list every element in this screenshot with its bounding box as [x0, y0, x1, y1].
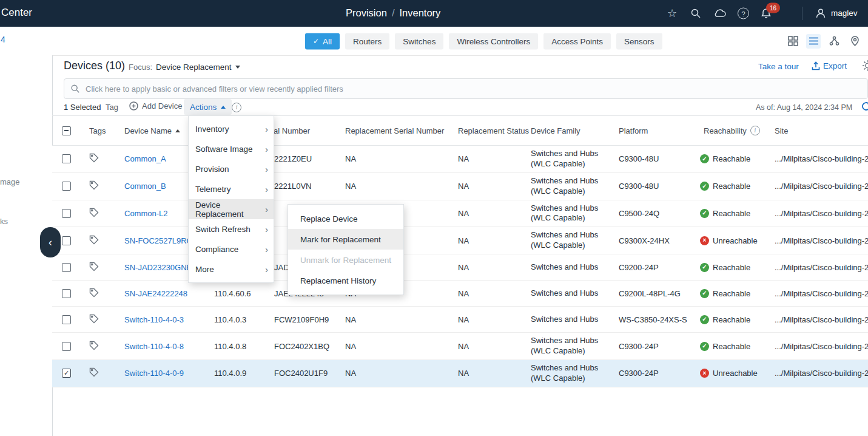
take-a-tour-link[interactable]: Take a tour	[758, 62, 799, 71]
col-site[interactable]: Site	[767, 126, 868, 135]
device-name-link[interactable]: Common-L2	[124, 209, 168, 218]
tag-button[interactable]: Tag	[106, 103, 118, 112]
menu-item-inventory[interactable]: Inventory›	[189, 119, 274, 139]
device-family: Switches and Hubs (WLC Capable)	[525, 230, 611, 251]
menu-item-compliance[interactable]: Compliance›	[189, 239, 274, 259]
menu-item-device-replacement[interactable]: Device Replacement›	[189, 199, 274, 219]
filter-all[interactable]: ✓All	[305, 33, 340, 49]
row-checkbox[interactable]	[62, 182, 71, 191]
col-replacement-status[interactable]: Replacement Status	[452, 126, 525, 135]
platform: WS-C3850-24XS-S	[611, 315, 696, 324]
row-checkbox[interactable]	[62, 342, 71, 351]
filter-wireless-controllers[interactable]: Wireless Controllers	[449, 33, 538, 49]
col-replacement-serial[interactable]: Replacement Serial Number	[338, 126, 452, 135]
tag-icon[interactable]	[89, 208, 99, 217]
tag-icon[interactable]	[89, 288, 99, 298]
left-panel-fragment: mage	[0, 177, 20, 186]
submenu-item-unmark-for-replacement: Unmark for Replacement	[288, 250, 403, 270]
site: .../Milpitas/Cisco-building-2	[767, 369, 868, 378]
focus-dropdown[interactable]: Focus: Device Replacement	[129, 63, 240, 72]
table-row: SN-FOC2527L9RG NA NA Switches and Hubs (…	[52, 227, 868, 254]
submenu-item-mark-for-replacement[interactable]: Mark for Replacement	[288, 229, 403, 250]
site: .../Milpitas/Cisco-building-2	[767, 289, 868, 298]
actions-button[interactable]: Actions	[184, 99, 232, 115]
tag-icon[interactable]	[89, 341, 99, 350]
replacement-status: NA	[452, 263, 525, 272]
status-glyph: ✓	[702, 316, 707, 322]
reachability: × Unreachable	[696, 369, 767, 378]
reachability: ✓ Reachable	[696, 209, 767, 218]
filter-sensors[interactable]: Sensors	[616, 33, 662, 49]
row-checkbox[interactable]	[62, 315, 71, 324]
col-device-family[interactable]: Device Family	[525, 126, 611, 135]
gear-icon[interactable]	[862, 60, 868, 74]
device-name-link[interactable]: Common_B	[124, 182, 166, 191]
tag-icon[interactable]	[89, 367, 99, 377]
menu-item-provision[interactable]: Provision›	[189, 159, 274, 179]
search-filter-bar[interactable]: Click here to apply basic or advanced fi…	[64, 78, 868, 99]
panel-collapse-button[interactable]: ‹	[40, 227, 61, 257]
row-checkbox[interactable]	[62, 209, 71, 218]
bell-icon[interactable]: 16	[761, 8, 772, 19]
menu-item-more[interactable]: More›	[189, 259, 274, 279]
filter-label: Switches	[403, 36, 436, 46]
filter-switches[interactable]: Switches	[395, 33, 443, 49]
export-button[interactable]: Export	[812, 61, 847, 70]
menu-item-label: Inventory	[195, 124, 229, 134]
device-name-link[interactable]: SN-FOC2527L9RG	[124, 236, 193, 245]
info-icon[interactable]: i	[750, 126, 760, 135]
user-avatar-icon[interactable]	[815, 7, 827, 19]
row-checkbox[interactable]	[62, 289, 71, 298]
topology-view-icon[interactable]	[827, 34, 841, 49]
platform: C9300-24P	[611, 342, 696, 351]
device-name-link[interactable]: SN-JAD23230GNB	[124, 263, 192, 272]
tag-icon[interactable]	[89, 235, 99, 245]
col-tags[interactable]: Tags	[82, 126, 118, 135]
submenu-item-replace-device[interactable]: Replace Device	[288, 208, 403, 229]
grid-view-icon[interactable]	[786, 34, 800, 49]
menu-item-telemetry[interactable]: Telemetry›	[189, 179, 274, 199]
export-icon	[812, 61, 820, 70]
filter-routers[interactable]: Routers	[345, 33, 389, 49]
focus-label: Focus:	[129, 63, 152, 72]
device-name-link[interactable]: SN-JAE24222248	[124, 289, 187, 298]
replacement-status: NA	[452, 236, 525, 245]
tag-icon[interactable]	[89, 262, 99, 271]
cloud-icon[interactable]	[713, 9, 727, 18]
map-view-icon[interactable]	[847, 34, 862, 49]
menu-item-software-image[interactable]: Software Image›	[189, 139, 274, 159]
search-icon[interactable]	[690, 8, 701, 19]
add-device-button[interactable]: Add Device	[129, 101, 182, 111]
device-replacement-submenu: Replace DeviceMark for ReplacementUnmark…	[288, 204, 404, 295]
tag-icon[interactable]	[89, 180, 99, 190]
device-name-link[interactable]: Common_A	[124, 154, 166, 163]
table-body: Common_A 2221Z0EU NA NA Switches and Hub…	[52, 146, 868, 387]
col-reachability[interactable]: Reachabilityi	[696, 126, 767, 135]
select-all-checkbox[interactable]	[62, 126, 71, 135]
row-checkbox[interactable]	[62, 263, 71, 272]
help-icon[interactable]: ?	[738, 8, 749, 19]
filter-access-points[interactable]: Access Points	[543, 33, 611, 49]
refresh-icon[interactable]	[861, 101, 868, 114]
table-row: Common_A 2221Z0EU NA NA Switches and Hub…	[52, 146, 868, 173]
tag-icon[interactable]	[89, 314, 99, 324]
star-icon[interactable]: ☆	[667, 7, 677, 20]
table-header-row: Tags Device Name Serial Number Replaceme…	[52, 115, 868, 146]
row-checkbox[interactable]: ✓	[62, 369, 71, 378]
breadcrumb-inventory[interactable]: Inventory	[399, 7, 440, 18]
col-platform[interactable]: Platform	[611, 126, 696, 135]
device-name-link[interactable]: Switch-110-4-0-3	[124, 315, 184, 324]
info-icon[interactable]: i	[232, 103, 241, 112]
device-name-link[interactable]: Switch-110-4-0-8	[124, 342, 184, 351]
username[interactable]: maglev	[831, 9, 858, 18]
list-view-icon[interactable]	[806, 34, 821, 49]
device-name-link[interactable]: Switch-110-4-0-9	[124, 369, 184, 378]
reachability-status-icon: ✓	[700, 182, 709, 191]
menu-item-switch-refresh[interactable]: Switch Refresh›	[189, 219, 274, 239]
row-checkbox[interactable]	[62, 154, 71, 163]
row-checkbox[interactable]	[62, 236, 71, 245]
tag-icon[interactable]	[89, 153, 99, 163]
breadcrumb-provision[interactable]: Provision	[346, 7, 387, 18]
device-family: Switches and Hubs (WLC Capable)	[525, 203, 611, 224]
submenu-item-replacement-history[interactable]: Replacement History	[288, 270, 403, 291]
